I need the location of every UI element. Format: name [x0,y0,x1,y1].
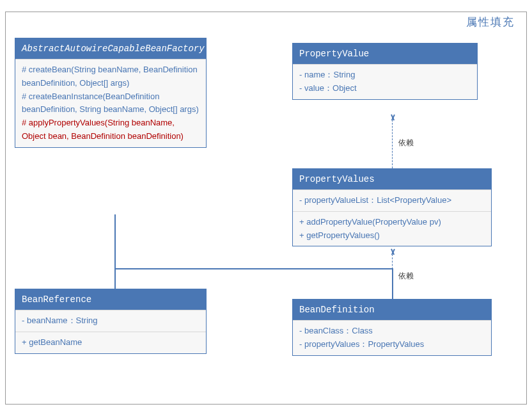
class-title: AbstractAutowireCapableBeanFactory [15,38,206,59]
field-value: - value：Object [299,82,471,95]
class-abstract-autowire-capable-bean-factory: AbstractAutowireCapableBeanFactory # cre… [15,38,207,148]
field-beanName: - beanName：String [22,314,199,328]
class-title: BeanReference [15,289,206,310]
connector-line [114,214,116,268]
class-methods: + getBeanName [15,332,206,353]
diagram-frame: 属性填充 AbstractAutowireCapableBeanFactory … [5,12,527,405]
method-getBeanName: + getBeanName [22,336,199,349]
class-title: PropertyValue [293,44,477,64]
field-propertyValueList: - propertyValueList：List<PropertyValue> [299,194,485,207]
class-fields: - beanName：String [15,310,206,332]
dependency-line [392,120,393,168]
method-getPropertyValues: + getPropertyValues() [299,229,485,243]
class-fields: - beanClass：Class - propertyValues：Prope… [293,320,491,355]
field-propertyValues: - propertyValues：PropertyValues [299,338,485,351]
class-bean-reference: BeanReference - beanName：String + getBea… [15,289,207,354]
arrowhead-icon [390,115,395,120]
class-methods: # createBean(String beanName, BeanDefini… [15,59,206,147]
class-bean-definition: BeanDefinition - beanClass：Class - prope… [292,299,492,356]
method-createBean: # createBean(String beanName, BeanDefini… [22,63,199,90]
method-createBeanInstance: # createBeanInstance(BeanDefinition bean… [22,90,199,117]
class-fields: - name：String - value：Object [293,64,477,99]
field-name: - name：String [299,68,471,82]
dependency-label: 依赖 [397,138,415,148]
class-methods: + addPropertyValue(PropertyValue pv) + g… [293,211,491,246]
class-property-value: PropertyValue - name：String - value：Obje… [292,43,478,100]
class-fields: - propertyValueList：List<PropertyValue> [293,189,491,211]
method-applyPropertyValues: # applyPropertyValues(String beanName, O… [22,116,199,143]
class-property-values: PropertyValues - propertyValueList：List<… [292,168,492,246]
field-beanClass: - beanClass：Class [299,325,485,338]
method-addPropertyValue: + addPropertyValue(PropertyValue pv) [299,216,485,229]
arrowhead-icon [390,249,395,254]
connector-line [114,268,116,289]
diagram-title: 属性填充 [466,15,515,29]
class-title: BeanDefinition [293,300,491,320]
dependency-label: 依赖 [397,271,415,282]
connector-line [114,268,393,269]
class-title: PropertyValues [293,169,491,189]
dependency-line [392,254,393,299]
